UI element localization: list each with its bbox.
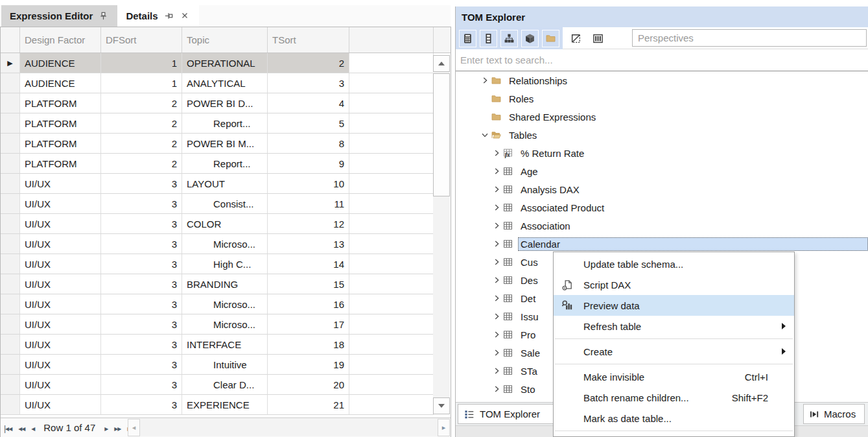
chevron-right-icon[interactable] bbox=[491, 348, 502, 358]
cell-blank[interactable] bbox=[349, 174, 434, 194]
cell-design_factor[interactable]: UI/UX bbox=[20, 214, 101, 234]
row-indicator-cell[interactable] bbox=[1, 274, 20, 294]
row-indicator-cell[interactable] bbox=[1, 375, 20, 395]
cell-dfsort[interactable]: 3 bbox=[101, 234, 182, 254]
chevron-right-icon[interactable] bbox=[491, 148, 502, 158]
first-record-button[interactable]: |◂◂ bbox=[1, 424, 15, 433]
cell-tsort[interactable]: 5 bbox=[268, 113, 349, 134]
cell-tsort[interactable]: 8 bbox=[268, 134, 349, 154]
column-header-tsort[interactable]: TSort bbox=[268, 27, 349, 53]
cell-topic[interactable]: ANALYTICAL bbox=[182, 73, 268, 93]
cell-dfsort[interactable]: 3 bbox=[101, 174, 182, 194]
cell-topic[interactable]: LAYOUT bbox=[182, 174, 268, 194]
tab-details[interactable]: Details bbox=[117, 5, 198, 27]
cell-topic[interactable]: COLOR bbox=[182, 214, 268, 234]
close-icon[interactable] bbox=[180, 11, 191, 21]
cell-design_factor[interactable]: UI/UX bbox=[20, 395, 101, 415]
cell-design_factor[interactable]: UI/UX bbox=[20, 254, 101, 274]
table-row[interactable]: PLATFORM2POWER BI M...8 bbox=[1, 134, 451, 154]
chevron-right-icon[interactable] bbox=[491, 384, 502, 394]
row-indicator-cell[interactable] bbox=[1, 355, 20, 375]
grid-horizontal-scrollbar[interactable]: ◂ ▸ bbox=[128, 419, 450, 436]
menu-item-make-invisible[interactable]: Make invisibleCtrl+I bbox=[554, 366, 794, 387]
next-record-button[interactable]: ▸ bbox=[101, 424, 111, 433]
menu-item-refresh-table[interactable]: Refresh table bbox=[554, 316, 794, 337]
search-input[interactable] bbox=[456, 49, 868, 71]
cell-tsort[interactable]: 21 bbox=[268, 395, 349, 415]
cell-tsort[interactable]: 19 bbox=[268, 355, 349, 375]
cell-tsort[interactable]: 12 bbox=[268, 214, 349, 234]
cell-blank[interactable] bbox=[349, 254, 434, 274]
cell-topic[interactable]: POWER BI D... bbox=[182, 93, 268, 113]
chevron-down-icon[interactable] bbox=[479, 130, 491, 140]
show-columns-button[interactable] bbox=[480, 30, 497, 47]
cell-topic[interactable]: INTERFACE bbox=[182, 335, 268, 355]
column-header-design-factor[interactable]: Design Factor bbox=[20, 27, 101, 53]
perspectives-input[interactable] bbox=[633, 30, 866, 46]
cell-topic[interactable]: Microso... bbox=[182, 294, 268, 314]
cell-topic[interactable]: Clear D... bbox=[182, 375, 268, 395]
table-row[interactable]: PLATFORM2Report...5 bbox=[1, 113, 451, 134]
cell-design_factor[interactable]: UI/UX bbox=[20, 274, 101, 294]
table-row[interactable]: PLATFORM2POWER BI D...4 bbox=[1, 93, 451, 113]
row-indicator-cell[interactable] bbox=[1, 154, 20, 174]
cell-dfsort[interactable]: 3 bbox=[101, 214, 182, 234]
cell-blank[interactable] bbox=[349, 395, 434, 415]
tree-item--return-rate[interactable]: fx% Return Rate bbox=[456, 144, 868, 162]
cell-blank[interactable] bbox=[349, 214, 434, 234]
cell-topic[interactable]: Intuitive bbox=[182, 355, 268, 375]
chevron-right-icon[interactable] bbox=[491, 275, 502, 285]
cell-blank[interactable] bbox=[349, 73, 434, 93]
cell-blank[interactable] bbox=[349, 274, 434, 294]
cell-dfsort[interactable]: 3 bbox=[101, 335, 182, 355]
row-indicator-cell[interactable] bbox=[1, 194, 20, 214]
chevron-right-icon[interactable] bbox=[491, 184, 502, 195]
cell-tsort[interactable]: 18 bbox=[268, 335, 349, 355]
cell-tsort[interactable]: 20 bbox=[268, 375, 349, 395]
cell-dfsort[interactable]: 2 bbox=[101, 93, 182, 113]
cell-design_factor[interactable]: PLATFORM bbox=[20, 154, 101, 174]
tree-item-association[interactable]: Association bbox=[456, 217, 868, 235]
cell-dfsort[interactable]: 3 bbox=[101, 355, 182, 375]
tab-expression-editor[interactable]: Expression Editor bbox=[1, 5, 117, 27]
tree-item-analysis-dax[interactable]: Analysis DAX bbox=[456, 180, 868, 198]
row-indicator-cell[interactable] bbox=[1, 134, 20, 154]
row-indicator-cell[interactable] bbox=[1, 113, 20, 134]
menu-item-update-table-schema[interactable]: Update table schema... bbox=[554, 254, 794, 274]
cell-design_factor[interactable]: UI/UX bbox=[20, 294, 101, 314]
cell-topic[interactable]: Consist... bbox=[182, 194, 268, 214]
cell-dfsort[interactable]: 3 bbox=[101, 194, 182, 214]
cell-design_factor[interactable]: UI/UX bbox=[20, 234, 101, 254]
cell-tsort[interactable]: 17 bbox=[268, 314, 349, 335]
cell-blank[interactable] bbox=[349, 375, 434, 395]
row-indicator-cell[interactable] bbox=[1, 395, 20, 415]
cell-tsort[interactable]: 13 bbox=[268, 234, 349, 254]
chevron-right-icon[interactable] bbox=[491, 257, 502, 267]
cell-dfsort[interactable]: 3 bbox=[101, 254, 182, 274]
show-object-columns-button[interactable] bbox=[589, 30, 607, 47]
cell-design_factor[interactable]: PLATFORM bbox=[20, 134, 101, 154]
cell-tsort[interactable]: 3 bbox=[268, 73, 349, 93]
cell-dfsort[interactable]: 3 bbox=[101, 375, 182, 395]
row-indicator-cell[interactable] bbox=[1, 174, 20, 194]
scroll-up-icon[interactable] bbox=[433, 55, 450, 72]
tree-item-tables[interactable]: Tables bbox=[456, 126, 868, 144]
cell-tsort[interactable]: 14 bbox=[268, 254, 349, 274]
cell-topic[interactable]: EXPERIENCE bbox=[182, 395, 268, 415]
perspectives-combobox[interactable] bbox=[632, 29, 867, 47]
cell-dfsort[interactable]: 3 bbox=[101, 395, 182, 415]
menu-item-preview-data[interactable]: Preview data bbox=[554, 295, 794, 316]
table-row[interactable]: UI/UX3INTERFACE18 bbox=[1, 335, 451, 355]
cell-blank[interactable] bbox=[349, 314, 434, 335]
cell-tsort[interactable]: 16 bbox=[268, 294, 349, 314]
cell-blank[interactable] bbox=[349, 355, 434, 375]
cell-blank[interactable] bbox=[349, 294, 434, 314]
column-header-topic[interactable]: Topic bbox=[182, 27, 268, 53]
cell-blank[interactable] bbox=[349, 335, 434, 355]
cell-topic[interactable]: POWER BI M... bbox=[182, 134, 268, 154]
cell-design_factor[interactable]: UI/UX bbox=[20, 375, 101, 395]
menu-item-script-dax[interactable]: Script DAX bbox=[554, 274, 794, 295]
cell-topic[interactable]: OPERATIONAL bbox=[182, 53, 268, 73]
pin-icon[interactable] bbox=[99, 11, 109, 21]
table-row[interactable]: UI/UX3Clear D...20 bbox=[1, 375, 451, 395]
